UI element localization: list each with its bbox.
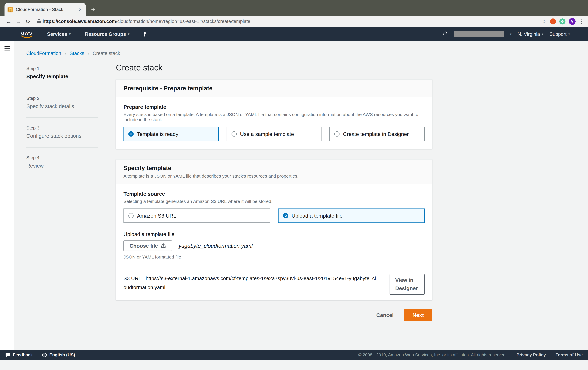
radio-selected-icon	[283, 213, 288, 218]
radio-icon	[334, 131, 340, 137]
step-4-number: Step 4	[26, 155, 102, 160]
breadcrumb-current: Create stack	[93, 51, 120, 56]
breadcrumb-separator-icon: ›	[88, 51, 89, 56]
upload-template-file-label: Upload a template file	[124, 231, 425, 237]
option-template-is-ready[interactable]: Template is ready	[124, 127, 219, 141]
breadcrumb-stacks[interactable]: Stacks	[70, 51, 84, 56]
option-label: Upload a template file	[292, 213, 343, 219]
aws-smile-icon	[21, 35, 33, 39]
browser-tab-strip: CloudFormation - Stack × +	[0, 0, 588, 16]
step-3-number: Step 3	[26, 125, 102, 131]
aws-logo[interactable]: aws	[21, 30, 33, 39]
option-create-template-designer[interactable]: Create template in Designer	[329, 127, 425, 141]
template-source-label: Template source	[124, 191, 425, 197]
bookmark-star-icon[interactable]: ☆	[542, 18, 547, 25]
step-4-title: Review	[26, 163, 102, 169]
privacy-policy-link[interactable]: Privacy Policy	[516, 353, 546, 357]
step-3-title: Configure stack options	[26, 133, 102, 139]
option-label: Amazon S3 URL	[137, 213, 176, 219]
feedback-button[interactable]: Feedback	[5, 352, 33, 357]
url-host: https://console.aws.amazon.com	[42, 19, 116, 24]
template-source-desc: Selecting a template generates an Amazon…	[124, 199, 425, 204]
chevron-down-icon: ▾	[128, 32, 129, 36]
option-label: Create template in Designer	[343, 131, 409, 137]
file-format-hint: JSON or YAML formatted file	[124, 255, 425, 260]
selected-file-name: yugabyte_cloudformation.yaml	[179, 243, 253, 249]
browser-profile-avatar[interactable]: V	[569, 18, 576, 25]
chevron-down-icon: ▾	[69, 32, 71, 36]
globe-icon	[42, 352, 47, 358]
step-2-title: Specify stack details	[26, 103, 102, 109]
view-in-designer-button[interactable]: View in Designer	[389, 274, 425, 295]
chevron-down-icon: ▾	[542, 32, 543, 36]
specify-template-title: Specify template	[124, 165, 425, 172]
step-4[interactable]: Step 4 Review	[26, 155, 102, 169]
nav-resource-groups[interactable]: Resource Groups▾	[85, 31, 129, 37]
terms-of-use-link[interactable]: Terms of Use	[556, 353, 583, 357]
forward-icon[interactable]: →	[13, 18, 23, 25]
breadcrumb-separator-icon: ›	[65, 51, 66, 56]
nav-services[interactable]: Services▾	[47, 31, 71, 37]
choose-file-label: Choose file	[129, 243, 158, 249]
step-2[interactable]: Step 2 Specify stack details	[26, 96, 102, 110]
s3-url-label: S3 URL:	[124, 276, 143, 281]
step-1-number: Step 1	[26, 66, 102, 71]
cancel-button[interactable]: Cancel	[376, 312, 394, 318]
step-1[interactable]: Step 1 Specify template	[26, 66, 102, 80]
browser-toolbar: ← → ⟳ https://console.aws.amazon.com/clo…	[0, 16, 588, 27]
option-label: Use a sample template	[240, 131, 294, 137]
radio-icon	[128, 213, 134, 218]
aws-logo-text: aws	[21, 30, 32, 35]
s3-url-row: S3 URL:https://s3-external-1.amazonaws.c…	[116, 269, 432, 300]
feedback-bubble-icon	[5, 352, 10, 357]
s3-url-text: S3 URL:https://s3-external-1.amazonaws.c…	[124, 274, 378, 292]
prerequisite-card-title: Prerequisite - Prepare template	[124, 85, 425, 92]
aws-footer: Feedback English (US) © 2008 - 2019, Ama…	[0, 350, 588, 360]
option-upload-template-file[interactable]: Upload a template file	[278, 208, 425, 223]
back-icon[interactable]: ←	[4, 18, 13, 25]
chevron-down-icon[interactable]: ▾	[510, 32, 511, 36]
url-path: /cloudformation/home?region=us-east-1#/s…	[116, 19, 250, 24]
option-amazon-s3-url[interactable]: Amazon S3 URL	[124, 208, 270, 223]
hamburger-menu-icon[interactable]	[4, 46, 10, 50]
tab-close-icon[interactable]: ×	[78, 7, 83, 12]
account-name-redacted[interactable]	[454, 31, 504, 37]
next-button[interactable]: Next	[404, 309, 432, 321]
prepare-template-label: Prepare template	[124, 104, 425, 110]
option-label: Template is ready	[137, 131, 178, 137]
extension-icon-grammarly[interactable]: G	[559, 18, 565, 24]
browser-menu-icon[interactable]: ⋮	[579, 18, 584, 24]
nav-support[interactable]: Support▾	[549, 31, 570, 37]
step-2-number: Step 2	[26, 96, 102, 101]
radio-icon	[231, 131, 237, 137]
chevron-down-icon: ▾	[568, 32, 570, 36]
browser-tab[interactable]: CloudFormation - Stack ×	[4, 3, 86, 16]
radio-selected-icon	[128, 131, 134, 137]
option-use-sample-template[interactable]: Use a sample template	[226, 127, 322, 141]
steps-nav: Step 1 Specify template Step 2 Specify s…	[26, 61, 102, 325]
copyright-text: © 2008 - 2019, Amazon Web Services, Inc.…	[358, 353, 507, 357]
upload-icon	[161, 243, 166, 248]
breadcrumb: CloudFormation › Stacks › Create stack	[14, 41, 588, 56]
step-3[interactable]: Step 3 Configure stack options	[26, 125, 102, 140]
extension-icon-orange[interactable]: ◌	[550, 18, 556, 24]
breadcrumb-cloudformation[interactable]: CloudFormation	[26, 51, 61, 56]
new-tab-button[interactable]: +	[91, 6, 95, 13]
choose-file-button[interactable]: Choose file	[124, 240, 172, 251]
pushpin-icon[interactable]	[142, 31, 147, 37]
prepare-template-desc: Every stack is based on a template. A te…	[124, 112, 425, 122]
cloudformation-favicon	[8, 7, 13, 12]
language-selector[interactable]: English (US)	[42, 352, 75, 358]
prerequisite-card: Prerequisite - Prepare template Prepare …	[116, 79, 432, 149]
notifications-bell-icon[interactable]	[443, 31, 448, 37]
nav-region[interactable]: N. Virginia▾	[518, 31, 544, 37]
reload-icon[interactable]: ⟳	[23, 18, 33, 25]
aws-top-nav: aws Services▾ Resource Groups▾ ▾ N. Virg…	[0, 27, 588, 41]
url-input[interactable]: https://console.aws.amazon.com/cloudform…	[42, 19, 538, 24]
specify-template-card: Specify template A template is a JSON or…	[116, 159, 432, 300]
s3-url-value: https://s3-external-1.amazonaws.com/cf-t…	[124, 276, 376, 290]
tab-title: CloudFormation - Stack	[16, 7, 75, 12]
lock-icon	[37, 19, 41, 24]
left-nav-strip	[0, 41, 14, 360]
page-title: Create stack	[116, 63, 432, 72]
